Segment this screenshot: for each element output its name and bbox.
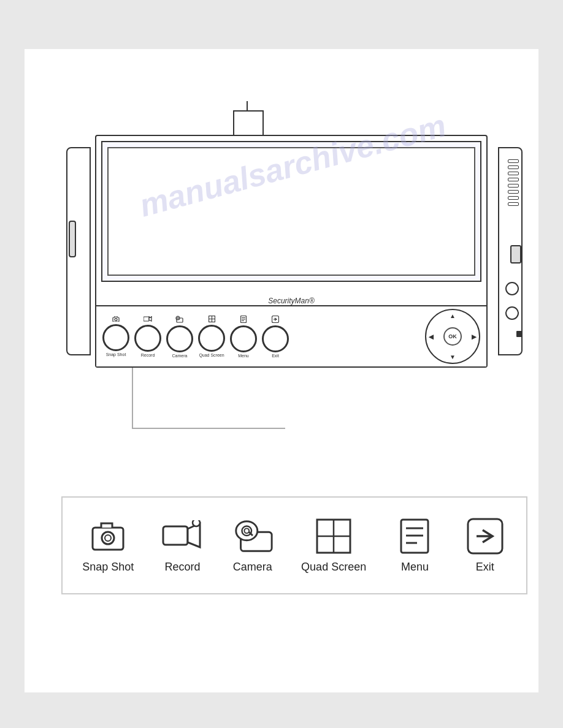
vent-line (508, 190, 519, 194)
device-right-circle-1 (505, 282, 519, 295)
exit-icon (467, 518, 504, 555)
legend-quad-screen-label: Quad Screen (301, 561, 366, 574)
dpad-container: ▲ ▼ ◀ ▶ OK (425, 309, 480, 364)
quad-screen-small-icon (209, 316, 215, 322)
ctrl-camera-group: Camera (166, 316, 193, 358)
svg-point-19 (105, 535, 111, 541)
device-right-panel (494, 147, 527, 355)
control-buttons-row: Snap Shot Record (102, 316, 425, 358)
snap-shot-icon-area (86, 518, 129, 555)
legend-box: Snap Shot Record (61, 496, 527, 594)
record-label: Record (141, 353, 155, 357)
legend-exit-label: Exit (476, 561, 494, 574)
svg-rect-2 (144, 317, 149, 321)
exit-small-icon (272, 316, 279, 323)
ctrl-record-group: Record (134, 316, 161, 357)
device-right-indicator (516, 331, 523, 337)
legend-record: Record (161, 518, 204, 574)
legend-exit: Exit (464, 518, 507, 574)
vent-line (508, 196, 519, 200)
legend-snap-shot-label: Snap Shot (82, 561, 134, 574)
menu-small-icon (240, 316, 247, 323)
ctrl-exit-group: Exit (262, 316, 289, 358)
dpad-ok-button[interactable]: OK (443, 327, 462, 346)
menu-button[interactable] (230, 325, 257, 352)
svg-point-22 (193, 520, 200, 526)
vent-line (508, 178, 519, 181)
ctrl-quad-screen-group: Quad Screen (198, 316, 225, 357)
legend-camera-label: Camera (233, 561, 272, 574)
ctrl-snap-shot-group: Snap Shot (102, 316, 129, 357)
vent-line (508, 184, 519, 188)
connect-line-snap-h (132, 428, 285, 429)
svg-point-26 (244, 528, 249, 533)
exit-button[interactable] (262, 325, 289, 352)
legend-snap-shot: Snap Shot (82, 518, 134, 574)
camera-icon-area (231, 518, 274, 555)
legend-menu-label: Menu (401, 561, 429, 574)
main-content-area: manualsarchive.com (25, 49, 538, 692)
dpad-up-arrow[interactable]: ▲ (450, 313, 456, 319)
camera-icon (231, 518, 274, 554)
snap-shot-label: Snap Shot (106, 352, 126, 357)
svg-point-4 (149, 316, 151, 317)
device-screen-area (101, 141, 481, 282)
dpad-down-arrow[interactable]: ▼ (450, 354, 456, 360)
quad-screen-icon (316, 518, 351, 554)
snap-shot-small-icon (112, 316, 120, 322)
snap-shot-button[interactable] (102, 324, 129, 351)
quad-screen-button[interactable] (198, 325, 225, 352)
device-left-slot (69, 221, 76, 257)
camera-label: Camera (172, 354, 188, 358)
snap-shot-icon (90, 521, 126, 551)
dpad[interactable]: ▲ ▼ ◀ ▶ OK (425, 309, 480, 364)
ctrl-menu-group: Menu (230, 316, 257, 358)
device-brand-label: SecurityMan® (96, 297, 486, 305)
quad-screen-label: Quad Screen (199, 353, 224, 357)
vent-line (508, 165, 519, 169)
legend-menu: Menu (393, 518, 436, 574)
vent-line (508, 172, 519, 175)
record-small-icon (144, 316, 152, 322)
svg-point-7 (177, 317, 179, 319)
svg-rect-20 (163, 526, 188, 545)
dpad-right-arrow[interactable]: ▶ (472, 333, 477, 340)
dpad-left-arrow[interactable]: ◀ (429, 333, 434, 340)
device-right-circle-2 (505, 306, 519, 320)
record-icon-area (161, 518, 204, 555)
svg-point-1 (115, 319, 117, 321)
device-main-body: SecurityMan® Snap Sho (95, 135, 488, 368)
record-icon (162, 520, 204, 552)
menu-icon-area (393, 518, 436, 555)
svg-marker-21 (188, 523, 200, 547)
menu-label: Menu (238, 354, 249, 358)
device-left-panel (61, 147, 95, 355)
device-diagram: SecurityMan® Snap Sho (61, 110, 527, 466)
exit-icon-area (464, 518, 507, 555)
connect-line-snap (132, 368, 133, 429)
device-control-panel: Snap Shot Record (96, 305, 486, 366)
camera-small-icon (175, 316, 184, 323)
legend-record-label: Record (165, 561, 201, 574)
device-right-vents (508, 159, 520, 221)
exit-label: Exit (272, 354, 279, 358)
vent-line (508, 202, 519, 206)
quad-screen-icon-area (312, 518, 355, 555)
device-right-button[interactable] (510, 245, 521, 264)
record-button[interactable] (134, 325, 161, 352)
legend-camera: Camera (231, 518, 274, 574)
menu-icon (400, 518, 429, 554)
vent-line (508, 159, 519, 163)
camera-button[interactable] (166, 325, 193, 352)
device-screen (107, 147, 475, 276)
legend-quad-screen: Quad Screen (301, 518, 366, 574)
